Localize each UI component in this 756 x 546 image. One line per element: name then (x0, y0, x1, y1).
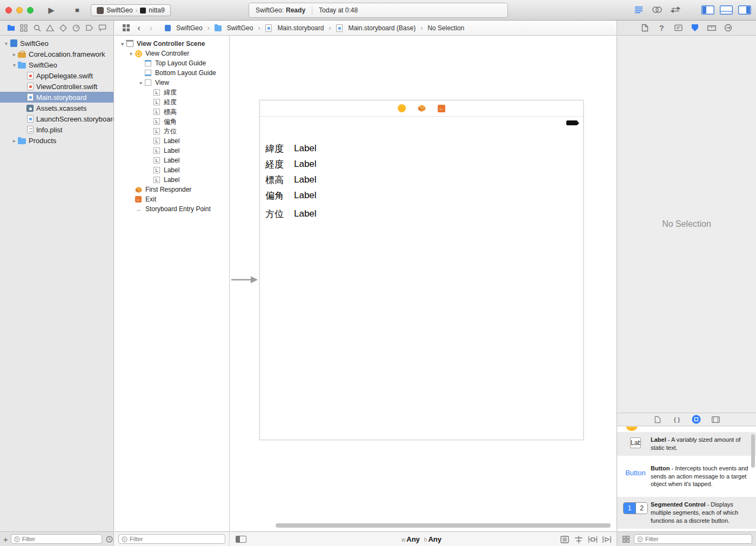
outline-row-label[interactable]: L Label (115, 165, 229, 175)
library-item-label[interactable]: Label Label - A variably sized amount of… (617, 432, 756, 456)
stop-button[interactable]: ■ (69, 4, 85, 16)
disclosure-triangle[interactable]: ▾ (137, 80, 144, 86)
first-responder-icon[interactable] (418, 104, 426, 112)
back-button[interactable]: ‹ (133, 21, 145, 35)
size-inspector-tab[interactable] (706, 23, 717, 33)
disclosure-triangle[interactable]: ▸ (11, 138, 18, 144)
breakpoint-navigator-tab[interactable] (84, 23, 95, 33)
ui-label[interactable]: Label (294, 174, 317, 185)
attributes-inspector-tab[interactable] (690, 23, 700, 33)
related-items-icon[interactable] (119, 22, 133, 34)
breadcrumb-file[interactable]: Main.storyboard (265, 24, 324, 32)
view-controller-scene[interactable]: ← 緯度 Label 経度 Label 標高 Label 偏角 Label 方位… (259, 100, 584, 440)
breadcrumb-localization[interactable]: Main.storyboard (Base) (336, 24, 416, 32)
breadcrumb-project[interactable]: SwiftGeo (164, 24, 203, 32)
outline-row-exit[interactable]: ← Exit (115, 194, 229, 204)
view-controller-icon[interactable] (398, 104, 406, 112)
ui-label[interactable]: 標高 (265, 174, 294, 186)
ui-label[interactable]: 方位 (265, 208, 294, 220)
file-inspector-tab[interactable] (639, 23, 650, 33)
library-view-mode-icon[interactable] (621, 534, 631, 544)
run-button[interactable]: ▶ (43, 4, 59, 16)
size-class-control[interactable]: w Any h Any (402, 535, 445, 543)
library-item-partial[interactable] (617, 427, 756, 432)
navigator-filter-input[interactable] (22, 536, 99, 542)
ui-label[interactable]: Label (294, 159, 317, 170)
ui-label[interactable]: Label (294, 143, 317, 154)
navigator-row-products[interactable]: ▸ Products (0, 135, 113, 146)
recent-files-filter-icon[interactable] (105, 534, 115, 544)
outline-row-label-latitude[interactable]: L 緯度 (115, 87, 229, 97)
align-button[interactable] (574, 535, 584, 544)
code-snippet-library-tab[interactable]: { } (672, 415, 682, 424)
outline-row-view[interactable]: ▾ View (115, 78, 229, 87)
disclosure-triangle[interactable]: ▾ (11, 62, 18, 68)
breadcrumb-group[interactable]: SwiftGeo (215, 24, 253, 32)
debug-navigator-tab[interactable] (71, 23, 82, 33)
exit-icon[interactable]: ← (438, 105, 445, 112)
storyboard-canvas[interactable]: ← 緯度 Label 経度 Label 標高 Label 偏角 Label 方位… (230, 36, 616, 531)
zoom-button[interactable] (27, 7, 34, 14)
navigator-row-viewcontroller[interactable]: ViewController.swift (0, 81, 113, 92)
disclosure-triangle[interactable]: ▾ (128, 51, 135, 57)
navigator-filter-field[interactable] (11, 534, 102, 544)
library-filter-field[interactable] (634, 534, 752, 544)
navigator-row-infoplist[interactable]: Info.plist (0, 124, 113, 135)
navigator-row-launchscreen[interactable]: LaunchScreen.storyboard (0, 113, 113, 124)
outline-row-label[interactable]: L Label (115, 156, 229, 165)
outline-row-label-direction[interactable]: L 方位 (115, 126, 229, 136)
navigator-row-assets[interactable]: Assets.xcassets (0, 103, 113, 113)
outline-row-label[interactable]: L Label (115, 175, 229, 185)
pin-button[interactable] (588, 535, 598, 544)
navigator-row-group[interactable]: ▾ SwiftGeo (0, 59, 113, 70)
ui-label[interactable]: 偏角 (265, 190, 294, 202)
outline-row-label[interactable]: L Label (115, 146, 229, 156)
navigator-row-appdelegate[interactable]: AppDelegate.swift (0, 70, 113, 81)
navigator-row-main-storyboard[interactable]: Main.storyboard (0, 92, 113, 103)
test-navigator-tab[interactable] (58, 23, 69, 33)
toggle-navigator-button[interactable] (701, 4, 715, 16)
file-template-library-tab[interactable] (653, 415, 663, 424)
navigator-row-framework[interactable]: ▸ CoreLocation.framework (0, 49, 113, 59)
outline-row-label-longitude[interactable]: L 経度 (115, 97, 229, 107)
symbol-navigator-tab[interactable] (18, 23, 29, 33)
ui-label[interactable]: Label (294, 208, 317, 219)
connections-inspector-tab[interactable] (723, 23, 734, 33)
horizontal-scrollbar[interactable] (276, 523, 611, 528)
standard-editor-button[interactable] (632, 4, 646, 16)
outline-row-label-altitude[interactable]: L 標高 (115, 107, 229, 117)
search-navigator-tab[interactable] (32, 23, 43, 33)
library-item-button[interactable]: Button Button - Intercepts touch events … (617, 456, 756, 497)
scheme-selector[interactable]: SwiftGeo › nitta9 (91, 4, 171, 16)
forward-button[interactable]: › (145, 21, 157, 35)
media-library-tab[interactable] (711, 415, 721, 424)
entry-point-arrow[interactable] (230, 275, 258, 284)
add-button[interactable]: + (3, 535, 8, 544)
version-editor-button[interactable] (668, 4, 683, 16)
disclosure-triangle[interactable]: ▸ (11, 51, 18, 57)
outline-filter-field[interactable] (118, 534, 225, 544)
library-item-segmented-control[interactable]: 1 2 Segmented Control - Displays multipl… (617, 497, 756, 529)
outline-row-scene[interactable]: ▾ View Controller Scene (115, 39, 229, 49)
issue-navigator-tab[interactable] (45, 23, 56, 33)
navigator-row-project[interactable]: ▾ SwiftGeo (0, 38, 113, 49)
outline-row-top-layout-guide[interactable]: Top Layout Guide (115, 58, 229, 68)
close-button[interactable] (5, 7, 12, 14)
document-outline-toggle[interactable] (236, 536, 246, 543)
project-navigator-tab[interactable] (5, 23, 16, 33)
outline-row-label-declination[interactable]: L 偏角 (115, 117, 229, 126)
toggle-debug-area-button[interactable] (719, 4, 733, 16)
outline-row-first-responder[interactable]: First Responder (115, 185, 229, 194)
minimize-button[interactable] (16, 7, 23, 14)
ui-label[interactable]: 経度 (265, 158, 294, 171)
ui-label[interactable]: Label (294, 190, 317, 201)
assistant-editor-button[interactable] (650, 4, 664, 16)
breadcrumb-selection[interactable]: No Selection (427, 24, 464, 32)
toggle-inspector-button[interactable] (738, 4, 752, 16)
ui-label[interactable]: 緯度 (265, 143, 294, 155)
quick-help-inspector-tab[interactable]: ? (656, 23, 667, 33)
report-navigator-tab[interactable] (97, 23, 108, 33)
library-scrollbar[interactable] (751, 434, 755, 468)
disclosure-triangle[interactable]: ▾ (3, 41, 10, 46)
outline-row-bottom-layout-guide[interactable]: Bottom Layout Guide (115, 68, 229, 78)
